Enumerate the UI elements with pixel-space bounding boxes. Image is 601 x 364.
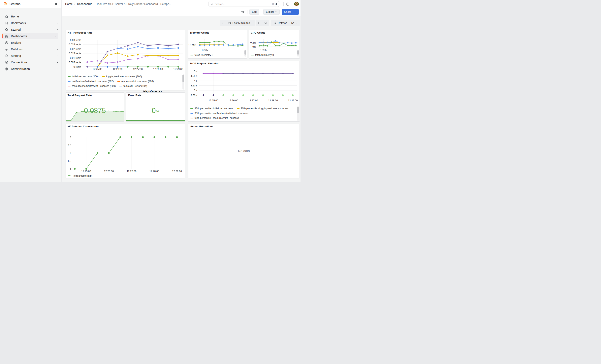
breadcrumb: Home › Dashboards › ToolHive MCP Server … bbox=[65, 2, 171, 6]
panel-cpu-usage: CPU Usage 12:250.2%0% fetch-telemetry-0 bbox=[249, 30, 300, 59]
legend-scrollbar-thumb[interactable] bbox=[297, 50, 299, 55]
panel-title[interactable]: MCP Active Connections bbox=[68, 125, 99, 128]
sidebar-item-home[interactable]: Home bbox=[0, 13, 61, 20]
legend-label: resources/templates/list - success (200) bbox=[72, 85, 116, 88]
bookmark-icon bbox=[5, 21, 8, 25]
chart-legend: initialize - success (200)logging/setLev… bbox=[68, 74, 181, 90]
sidebar-item-dashboards[interactable]: Dashboards bbox=[2, 33, 58, 39]
sidebar-item-bookmarks[interactable]: Bookmarks bbox=[0, 20, 61, 26]
user-avatar[interactable] bbox=[294, 2, 299, 6]
panel-title[interactable]: Error Rate bbox=[128, 94, 141, 97]
sidebar-item-starred[interactable]: Starred bbox=[0, 26, 61, 33]
http-request-rate-chart: 12:25:0012:26:0012:27:0012:28:0012:29:00… bbox=[66, 30, 185, 72]
svg-text:12:25:00: 12:25:00 bbox=[93, 68, 102, 70]
svg-text:12:26:00: 12:26:00 bbox=[113, 68, 122, 70]
share-dropdown-button[interactable] bbox=[294, 9, 299, 15]
legend-row: 95th percentile - notifications/initiali… bbox=[190, 111, 296, 116]
legend-item[interactable]: fetch-telemetry-0 bbox=[190, 54, 213, 56]
panel-active-goroutines: Active Goroutines No data bbox=[188, 124, 300, 178]
top-nav-bar: Grafana Home › Dashboards › ToolHive MCP… bbox=[0, 0, 300, 8]
panel-title[interactable]: Active Goroutines bbox=[190, 125, 213, 128]
svg-text:12:25: 12:25 bbox=[201, 49, 208, 51]
sidebar-item-label: Alerting bbox=[11, 54, 21, 58]
add-button[interactable] bbox=[274, 2, 282, 6]
sidebar-item-administration[interactable]: Administration bbox=[0, 66, 61, 72]
legend-scrollbar-thumb[interactable] bbox=[297, 107, 299, 113]
legend-row: fetch-telemetry-0 bbox=[190, 53, 243, 58]
legend-swatch bbox=[190, 108, 193, 109]
svg-text:12:29:00: 12:29:00 bbox=[288, 99, 298, 102]
legend-label: resources/list - success (200) bbox=[121, 80, 154, 83]
zoom-out-button[interactable] bbox=[262, 20, 269, 26]
legend-item[interactable]: tools/list - success (200) bbox=[103, 89, 134, 90]
panel-mcp-request-duration: MCP Request Duration 12:25:0012:26:0012:… bbox=[188, 61, 300, 122]
legend-item[interactable]: logging/setLevel - success (200) bbox=[102, 75, 142, 78]
refresh-button[interactable]: Refresh bbox=[271, 20, 289, 26]
panel-title[interactable]: MCP Request Duration bbox=[190, 62, 219, 65]
grafana-logo-icon[interactable] bbox=[3, 2, 8, 6]
grafana-app: Grafana Home › Dashboards › ToolHive MCP… bbox=[0, 0, 300, 182]
chevron-down-icon bbox=[56, 68, 59, 70]
breadcrumb-current[interactable]: ToolHive MCP Server & Proxy Runner Dashb… bbox=[97, 2, 171, 6]
legend-scrollbar-thumb[interactable] bbox=[182, 75, 184, 82]
edit-button[interactable]: Edit bbox=[250, 9, 259, 15]
panel-title[interactable]: Memory Usage bbox=[190, 31, 209, 34]
sidebar-item-alerting[interactable]: Alerting bbox=[0, 52, 61, 59]
legend-item[interactable]: resources/list - success (200) bbox=[117, 80, 154, 83]
search-input[interactable]: Search... ⌘+k bbox=[208, 1, 279, 7]
sidebar-item-label: Bookmarks bbox=[11, 21, 26, 25]
brand-name[interactable]: Grafana bbox=[10, 2, 21, 6]
legend-item[interactable]: 95th percentile - initialize - success bbox=[190, 107, 233, 110]
svg-text:0.03 req/s: 0.03 req/s bbox=[70, 39, 81, 41]
plug-icon bbox=[5, 61, 8, 64]
sidebar-toggle-icon[interactable] bbox=[55, 2, 59, 6]
sidebar-nav: HomeBookmarksStarredDashboardsExploreDri… bbox=[0, 8, 62, 182]
search-icon bbox=[210, 3, 213, 6]
svg-text:1.5: 1.5 bbox=[68, 160, 71, 163]
svg-text:12:28:00: 12:28:00 bbox=[268, 99, 278, 102]
chevron-down-icon bbox=[251, 22, 253, 24]
favorite-star-button[interactable] bbox=[240, 10, 245, 14]
legend-item[interactable]: notifications/initialized - success (202… bbox=[68, 80, 114, 83]
legend-item[interactable]: 95th percentile - logging/setLevel - suc… bbox=[237, 107, 289, 110]
legend-item[interactable]: - (streamable-http) bbox=[68, 175, 92, 177]
svg-text:0.2%: 0.2% bbox=[250, 41, 256, 44]
legend-swatch bbox=[251, 55, 254, 55]
breadcrumb-home[interactable]: Home bbox=[65, 2, 72, 6]
time-forward-button[interactable] bbox=[256, 20, 262, 26]
panel-title[interactable]: HTTP Request Rate bbox=[68, 31, 92, 34]
svg-text:4.50 s: 4.50 s bbox=[190, 75, 197, 78]
svg-text:0.005 req/s: 0.005 req/s bbox=[69, 61, 81, 64]
time-range-picker[interactable]: Last 5 minutes bbox=[226, 20, 256, 26]
panel-title[interactable]: Total Request Rate bbox=[68, 94, 92, 97]
sidebar-item-drilldown[interactable]: Drilldown bbox=[0, 46, 61, 52]
panel-title[interactable]: CPU Usage bbox=[251, 31, 265, 34]
refresh-interval-picker[interactable]: 5s bbox=[289, 20, 300, 26]
chevron-down-icon bbox=[56, 61, 59, 64]
error-rate-value: 0% bbox=[126, 107, 185, 115]
sidebar-item-connections[interactable]: Connections bbox=[0, 59, 61, 66]
legend-item[interactable]: resources/templates/list - success (200) bbox=[68, 85, 116, 88]
help-button[interactable]: ? bbox=[285, 2, 290, 7]
legend-item[interactable]: tools/call - success (200) bbox=[68, 89, 99, 90]
legend-scrollbar-thumb[interactable] bbox=[244, 50, 246, 55]
legend-item[interactable]: 95th percentile - notifications/initiali… bbox=[190, 112, 248, 115]
legend-item[interactable]: fetch-telemetry-0 bbox=[251, 54, 274, 56]
panel-http-request-rate: HTTP Request Rate 12:25:0012:26:0012:27:… bbox=[66, 30, 185, 90]
chart-legend: fetch-telemetry-0 bbox=[251, 53, 296, 58]
panel-memory-usage: Memory Usage 12:2516 MiB fetch-telemetry… bbox=[188, 30, 247, 59]
time-back-button[interactable] bbox=[220, 20, 226, 26]
legend-swatch bbox=[117, 81, 120, 82]
time-controls: Last 5 minutes Refresh 5s bbox=[220, 20, 300, 26]
legend-item[interactable]: 95th percentile - resources/list - succe… bbox=[190, 117, 239, 119]
chevron-right-icon bbox=[258, 22, 260, 24]
legend-item[interactable]: tools/call - error (404) bbox=[119, 85, 147, 88]
legend-item[interactable]: initialize - success (200) bbox=[68, 75, 98, 78]
legend-label: tools/call - error (404) bbox=[123, 85, 147, 88]
share-button[interactable]: Share bbox=[282, 9, 294, 15]
breadcrumb-dashboards[interactable]: Dashboards bbox=[77, 2, 92, 6]
sidebar-item-explore[interactable]: Explore bbox=[0, 39, 61, 46]
legend-swatch bbox=[68, 176, 70, 176]
export-button[interactable]: Export bbox=[263, 9, 280, 15]
svg-text:2: 2 bbox=[70, 152, 71, 155]
